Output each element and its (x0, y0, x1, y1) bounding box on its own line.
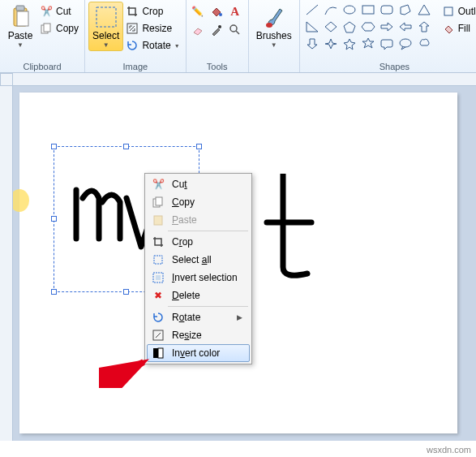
color-picker-tool-icon[interactable] (208, 22, 225, 38)
context-menu: ✂️ Cut Copy Paste Crop Select all Invert… (144, 173, 252, 364)
crop-button[interactable]: Crop (123, 3, 182, 19)
shape-star5-icon[interactable] (342, 37, 357, 50)
svg-rect-22 (156, 275, 161, 280)
watermark: wsxdn.com (427, 445, 471, 455)
shape-oval-icon[interactable] (342, 3, 357, 16)
ctx-crop-label: Crop (172, 236, 242, 248)
resize-button[interactable]: Resize (123, 20, 182, 37)
cut-button[interactable]: ✂️ Cut (37, 3, 81, 19)
group-tools: ✏️ A Tools (187, 0, 249, 72)
ribbon: Paste ▼ ✂️ Cut Copy Clipboard (0, 0, 476, 73)
brushes-button[interactable]: Brushes ▼ (252, 2, 296, 51)
shape-diamond-icon[interactable] (324, 20, 338, 33)
select-button[interactable]: Select ▼ (88, 2, 123, 51)
shape-star6-icon[interactable] (361, 37, 375, 50)
group-clipboard: Paste ▼ ✂️ Cut Copy Clipboard (0, 0, 85, 72)
svg-point-7 (219, 13, 222, 16)
shape-arrow-up-icon[interactable] (417, 20, 431, 33)
copy-icon (151, 196, 165, 209)
crop-icon (151, 235, 165, 248)
ctx-crop[interactable]: Crop (147, 233, 250, 251)
ctx-cut-label: Cut (172, 179, 242, 190)
ctx-select-all[interactable]: Select all (147, 251, 250, 269)
fill-label: Fill (458, 23, 470, 34)
outline-icon (442, 5, 455, 18)
shape-roundrect-icon[interactable] (380, 3, 394, 16)
rotate-icon (151, 311, 165, 324)
paste-icon (7, 4, 33, 30)
ctx-delete[interactable]: ✖ Delete (147, 287, 250, 304)
shape-curve-icon[interactable] (324, 3, 338, 16)
scissors-icon: ✂️ (40, 5, 53, 18)
group-shapes: Outlin Fill Shapes (300, 0, 476, 72)
svg-rect-1 (16, 6, 24, 11)
shape-hexagon-icon[interactable] (361, 20, 375, 33)
ctx-cut[interactable]: ✂️ Cut (147, 175, 250, 193)
svg-point-10 (266, 23, 272, 28)
svg-rect-2 (17, 11, 28, 26)
group-label-clipboard: Clipboard (3, 60, 81, 72)
rotate-icon (126, 39, 139, 52)
svg-point-8 (218, 25, 221, 28)
shapes-gallery[interactable] (303, 2, 436, 55)
shape-callout-oval-icon[interactable] (398, 37, 413, 50)
shape-pentagon-icon[interactable] (342, 20, 357, 33)
text-tool-icon[interactable]: A (227, 3, 243, 19)
shape-callout-cloud-icon[interactable] (417, 37, 431, 50)
ctx-rotate[interactable]: Rotate ▶ (147, 308, 250, 326)
ctx-invert-selection[interactable]: Invert selection (147, 269, 250, 287)
shape-line-icon[interactable] (305, 3, 319, 16)
shape-right-triangle-icon[interactable] (305, 20, 319, 33)
eraser-tool-icon[interactable] (190, 22, 206, 38)
selection-handle[interactable] (123, 289, 129, 295)
resize-icon (151, 329, 165, 342)
rotate-button[interactable]: Rotate ▼ (123, 37, 182, 54)
svg-rect-13 (381, 6, 392, 14)
svg-rect-5 (96, 7, 116, 27)
resize-label: Resize (142, 23, 172, 34)
fill-tool-icon[interactable] (208, 3, 225, 19)
shape-star4-icon[interactable] (324, 37, 338, 50)
select-icon (93, 4, 119, 30)
svg-rect-19 (154, 216, 162, 225)
ctx-paste-label: Paste (172, 214, 242, 226)
selection-handle[interactable] (123, 144, 129, 149)
copy-button[interactable]: Copy (37, 20, 81, 37)
magnifier-tool-icon[interactable] (227, 22, 243, 38)
crop-label: Crop (142, 6, 163, 17)
shape-polygon-icon[interactable] (398, 3, 413, 16)
paste-button[interactable]: Paste ▼ (3, 2, 37, 51)
selection-handle[interactable] (196, 144, 202, 149)
paste-label: Paste (8, 30, 33, 41)
ctx-invert-selection-label: Invert selection (172, 272, 242, 283)
ruler-horizontal (13, 73, 476, 86)
shape-outline-button[interactable]: Outlin (440, 3, 476, 19)
shape-callout-round-icon[interactable] (380, 37, 394, 50)
ctx-invert-color[interactable]: Invert color (147, 344, 250, 362)
shape-arrow-down-icon[interactable] (305, 37, 319, 50)
shape-triangle-icon[interactable] (417, 3, 431, 16)
selection-handle[interactable] (51, 144, 57, 149)
brushes-icon (261, 4, 287, 30)
scissors-icon: ✂️ (151, 178, 165, 191)
paste-icon (151, 213, 165, 226)
shape-fill-button[interactable]: Fill (440, 20, 476, 37)
pencil-tool-icon[interactable]: ✏️ (190, 3, 206, 19)
crop-icon (126, 5, 139, 18)
svg-rect-15 (444, 7, 452, 15)
selection-handle[interactable] (51, 216, 57, 222)
select-all-icon (151, 253, 165, 266)
ruler-corner (0, 73, 13, 86)
shape-rect-icon[interactable] (361, 3, 375, 16)
ctx-paste: Paste (147, 211, 250, 229)
resize-icon (126, 22, 139, 35)
selection-handle[interactable] (51, 289, 57, 295)
svg-rect-25 (158, 348, 163, 358)
shape-arrow-left-icon[interactable] (398, 20, 413, 33)
ctx-resize[interactable]: Resize (147, 326, 250, 344)
svg-rect-12 (362, 6, 374, 14)
ctx-copy[interactable]: Copy (147, 193, 250, 211)
group-image: Select ▼ Crop Resize (85, 0, 187, 72)
group-label-tools: Tools (190, 60, 245, 72)
shape-arrow-right-icon[interactable] (380, 20, 394, 33)
